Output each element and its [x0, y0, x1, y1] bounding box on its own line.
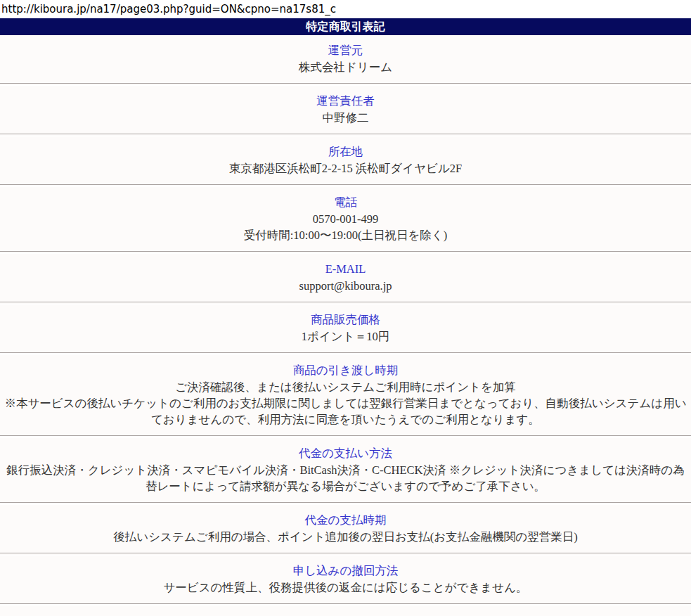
section-heading: 運営元 [3, 42, 688, 59]
page-title: 特定商取引表記 [0, 18, 691, 35]
info-section: 運営元 株式会社ドリーム [0, 35, 691, 83]
info-section: 運営責任者 中野修二 [0, 86, 691, 134]
section-text-line: 中野修二 [3, 110, 688, 126]
section-text-line: 銀行振込決済・クレジット決済・スマピモバイル決済・BitCash決済・C-CHE… [3, 462, 688, 494]
section-heading: 電話 [3, 194, 688, 211]
section-heading: 申し込みの撤回方法 [3, 563, 688, 579]
page-url-text: http://kiboura.jp/na17/page03.php?guid=O… [0, 0, 691, 18]
section-text-line: 株式会社ドリーム [3, 59, 688, 75]
section-text-line: 受付時間:10:00〜19:00(土日祝日を除く) [3, 227, 688, 243]
section-text-line: 東京都港区浜松町2-2-15 浜松町ダイヤビル2F [3, 160, 688, 177]
section-text-line: 1ポイント＝10円 [3, 328, 688, 345]
section-heading: E-MAIL [3, 261, 688, 278]
section-heading: 商品の引き渡し時期 [3, 362, 688, 379]
info-section: 代金の支払時期 後払いシステムご利用の場合、ポイント追加後の翌日お支払(お支払金… [0, 505, 691, 553]
info-section: E-MAIL support@kiboura.jp [0, 254, 691, 302]
section-text-line: サービスの性質上、役務提供後の返金には応じることができません。 [3, 579, 688, 596]
section-heading: 代金の支払時期 [3, 512, 688, 529]
section-heading: 商品販売価格 [3, 312, 688, 328]
section-heading: 所在地 [3, 143, 688, 160]
section-text-line: 0570-001-499 [3, 211, 688, 227]
info-section: 電話 0570-001-499受付時間:10:00〜19:00(土日祝日を除く) [0, 187, 691, 251]
info-section: 代金の支払い方法 銀行振込決済・クレジット決済・スマピモバイル決済・BitCas… [0, 438, 691, 502]
info-section: 申し込みの撤回方法 サービスの性質上、役務提供後の返金には応じることができません… [0, 556, 691, 603]
section-text-line: 後払いシステムご利用の場合、ポイント追加後の翌日お支払(お支払金融機関の翌営業日… [3, 529, 688, 545]
sections-container: 運営元 株式会社ドリーム 運営責任者 中野修二 所在地 東京都港区浜松町2-2-… [0, 35, 691, 606]
section-heading: 運営責任者 [3, 93, 688, 110]
section-heading: 代金の支払い方法 [3, 445, 688, 462]
section-text-line: ご決済確認後、または後払いシステムご利用時にポイントを加算 [3, 379, 688, 395]
info-section: 所在地 東京都港区浜松町2-2-15 浜松町ダイヤビル2F [0, 136, 691, 184]
info-section: 商品販売価格 1ポイント＝10円 [0, 304, 691, 352]
section-text-line: support@kiboura.jp [3, 278, 688, 294]
section-text-line: ※本サービスの後払いチケットのご利用のお支払期限に関しましては翌銀行営業日までと… [3, 395, 688, 428]
page: http://kiboura.jp/na17/page03.php?guid=O… [0, 0, 691, 616]
info-section: 商品の引き渡し時期 ご決済確認後、または後払いシステムご利用時にポイントを加算※… [0, 355, 691, 435]
footer-spacer [0, 606, 691, 616]
